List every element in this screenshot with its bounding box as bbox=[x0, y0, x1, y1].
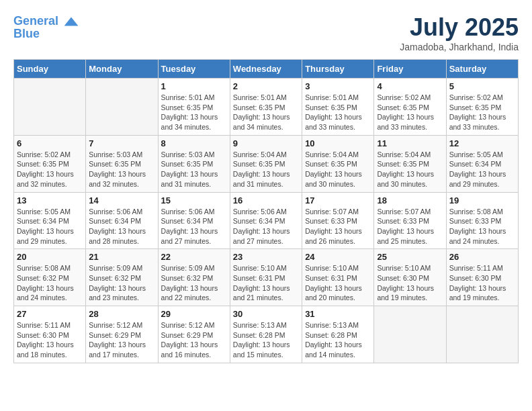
day-detail: Sunrise: 5:03 AM Sunset: 6:35 PM Dayligh… bbox=[89, 150, 154, 189]
day-number: 20 bbox=[17, 252, 83, 262]
day-number: 10 bbox=[305, 138, 371, 148]
day-detail: Sunrise: 5:04 AM Sunset: 6:35 PM Dayligh… bbox=[377, 150, 443, 189]
column-header-tuesday: Tuesday bbox=[158, 60, 230, 79]
column-header-monday: Monday bbox=[86, 60, 158, 79]
day-number: 23 bbox=[233, 252, 299, 262]
day-detail: Sunrise: 5:12 AM Sunset: 6:29 PM Dayligh… bbox=[89, 320, 154, 360]
day-detail: Sunrise: 5:01 AM Sunset: 6:35 PM Dayligh… bbox=[305, 93, 371, 132]
day-cell bbox=[86, 79, 158, 136]
day-cell: 17Sunrise: 5:07 AM Sunset: 6:33 PM Dayli… bbox=[302, 192, 374, 249]
day-cell: 20Sunrise: 5:08 AM Sunset: 6:32 PM Dayli… bbox=[14, 249, 86, 306]
day-number: 26 bbox=[449, 252, 515, 262]
day-cell: 24Sunrise: 5:10 AM Sunset: 6:31 PM Dayli… bbox=[302, 249, 374, 306]
day-cell: 28Sunrise: 5:12 AM Sunset: 6:29 PM Dayli… bbox=[86, 306, 158, 363]
day-detail: Sunrise: 5:02 AM Sunset: 6:35 PM Dayligh… bbox=[449, 93, 515, 132]
day-cell: 18Sunrise: 5:07 AM Sunset: 6:33 PM Dayli… bbox=[374, 192, 446, 249]
column-headers: SundayMondayTuesdayWednesdayThursdayFrid… bbox=[14, 60, 519, 79]
week-row-1: 1Sunrise: 5:01 AM Sunset: 6:35 PM Daylig… bbox=[14, 79, 519, 136]
title-block: July 2025 Jamadoba, Jharkhand, India bbox=[400, 13, 519, 52]
page-header: General Blue July 2025 Jamadoba, Jharkha… bbox=[13, 13, 519, 52]
day-detail: Sunrise: 5:04 AM Sunset: 6:35 PM Dayligh… bbox=[233, 150, 299, 189]
week-row-2: 6Sunrise: 5:02 AM Sunset: 6:35 PM Daylig… bbox=[14, 135, 519, 192]
week-row-5: 27Sunrise: 5:11 AM Sunset: 6:30 PM Dayli… bbox=[14, 306, 519, 363]
column-header-friday: Friday bbox=[374, 60, 446, 79]
day-number: 8 bbox=[161, 138, 227, 148]
logo: General Blue bbox=[13, 13, 79, 41]
column-header-wednesday: Wednesday bbox=[230, 60, 302, 79]
day-cell: 30Sunrise: 5:13 AM Sunset: 6:28 PM Dayli… bbox=[230, 306, 302, 363]
day-detail: Sunrise: 5:06 AM Sunset: 6:34 PM Dayligh… bbox=[233, 207, 299, 246]
day-detail: Sunrise: 5:08 AM Sunset: 6:33 PM Dayligh… bbox=[449, 207, 515, 246]
day-number: 5 bbox=[449, 81, 515, 91]
day-cell bbox=[374, 306, 446, 363]
day-cell: 11Sunrise: 5:04 AM Sunset: 6:35 PM Dayli… bbox=[374, 135, 446, 192]
day-cell: 29Sunrise: 5:12 AM Sunset: 6:29 PM Dayli… bbox=[158, 306, 230, 363]
day-number: 21 bbox=[89, 252, 154, 262]
day-cell: 21Sunrise: 5:09 AM Sunset: 6:32 PM Dayli… bbox=[86, 249, 158, 306]
day-number: 9 bbox=[233, 138, 299, 148]
day-detail: Sunrise: 5:10 AM Sunset: 6:30 PM Dayligh… bbox=[377, 263, 443, 303]
day-cell: 1Sunrise: 5:01 AM Sunset: 6:35 PM Daylig… bbox=[158, 79, 230, 136]
day-cell: 7Sunrise: 5:03 AM Sunset: 6:35 PM Daylig… bbox=[86, 135, 158, 192]
day-number: 24 bbox=[305, 252, 371, 262]
logo-icon bbox=[63, 13, 79, 30]
day-cell: 2Sunrise: 5:01 AM Sunset: 6:35 PM Daylig… bbox=[230, 79, 302, 136]
day-cell: 10Sunrise: 5:04 AM Sunset: 6:35 PM Dayli… bbox=[302, 135, 374, 192]
day-number: 6 bbox=[17, 138, 83, 148]
day-cell: 5Sunrise: 5:02 AM Sunset: 6:35 PM Daylig… bbox=[446, 79, 518, 136]
column-header-sunday: Sunday bbox=[14, 60, 86, 79]
day-detail: Sunrise: 5:09 AM Sunset: 6:32 PM Dayligh… bbox=[161, 263, 227, 303]
day-number: 16 bbox=[233, 195, 299, 205]
day-number: 17 bbox=[305, 195, 371, 205]
day-cell bbox=[14, 79, 86, 136]
day-cell: 4Sunrise: 5:02 AM Sunset: 6:35 PM Daylig… bbox=[374, 79, 446, 136]
day-number: 18 bbox=[377, 195, 443, 205]
day-cell: 14Sunrise: 5:06 AM Sunset: 6:34 PM Dayli… bbox=[86, 192, 158, 249]
day-detail: Sunrise: 5:05 AM Sunset: 6:34 PM Dayligh… bbox=[449, 150, 515, 189]
svg-marker-0 bbox=[64, 17, 79, 26]
day-number: 15 bbox=[161, 195, 227, 205]
day-detail: Sunrise: 5:11 AM Sunset: 6:30 PM Dayligh… bbox=[17, 320, 83, 360]
column-header-saturday: Saturday bbox=[446, 60, 518, 79]
column-header-thursday: Thursday bbox=[302, 60, 374, 79]
day-detail: Sunrise: 5:07 AM Sunset: 6:33 PM Dayligh… bbox=[377, 207, 443, 246]
day-number: 27 bbox=[17, 309, 83, 319]
day-detail: Sunrise: 5:07 AM Sunset: 6:33 PM Dayligh… bbox=[305, 207, 371, 246]
day-detail: Sunrise: 5:04 AM Sunset: 6:35 PM Dayligh… bbox=[305, 150, 371, 189]
day-number: 1 bbox=[161, 81, 227, 91]
day-number: 12 bbox=[449, 138, 515, 148]
day-detail: Sunrise: 5:02 AM Sunset: 6:35 PM Dayligh… bbox=[17, 150, 83, 189]
day-number: 2 bbox=[233, 81, 299, 91]
day-number: 19 bbox=[449, 195, 515, 205]
week-row-3: 13Sunrise: 5:05 AM Sunset: 6:34 PM Dayli… bbox=[14, 192, 519, 249]
day-detail: Sunrise: 5:11 AM Sunset: 6:30 PM Dayligh… bbox=[449, 263, 515, 303]
month-year: July 2025 bbox=[400, 13, 519, 42]
day-detail: Sunrise: 5:01 AM Sunset: 6:35 PM Dayligh… bbox=[233, 93, 299, 132]
day-number: 14 bbox=[89, 195, 154, 205]
day-number: 30 bbox=[233, 309, 299, 319]
day-cell: 23Sunrise: 5:10 AM Sunset: 6:31 PM Dayli… bbox=[230, 249, 302, 306]
day-cell: 6Sunrise: 5:02 AM Sunset: 6:35 PM Daylig… bbox=[14, 135, 86, 192]
day-number: 3 bbox=[305, 81, 371, 91]
day-detail: Sunrise: 5:13 AM Sunset: 6:28 PM Dayligh… bbox=[305, 320, 371, 360]
day-detail: Sunrise: 5:06 AM Sunset: 6:34 PM Dayligh… bbox=[161, 207, 227, 246]
day-cell: 12Sunrise: 5:05 AM Sunset: 6:34 PM Dayli… bbox=[446, 135, 518, 192]
day-number: 4 bbox=[377, 81, 443, 91]
day-cell: 22Sunrise: 5:09 AM Sunset: 6:32 PM Dayli… bbox=[158, 249, 230, 306]
day-cell: 16Sunrise: 5:06 AM Sunset: 6:34 PM Dayli… bbox=[230, 192, 302, 249]
calendar-body: 1Sunrise: 5:01 AM Sunset: 6:35 PM Daylig… bbox=[14, 79, 519, 363]
calendar-table: SundayMondayTuesdayWednesdayThursdayFrid… bbox=[13, 59, 519, 363]
day-detail: Sunrise: 5:03 AM Sunset: 6:35 PM Dayligh… bbox=[161, 150, 227, 189]
day-detail: Sunrise: 5:01 AM Sunset: 6:35 PM Dayligh… bbox=[161, 93, 227, 132]
day-cell: 13Sunrise: 5:05 AM Sunset: 6:34 PM Dayli… bbox=[14, 192, 86, 249]
day-cell: 15Sunrise: 5:06 AM Sunset: 6:34 PM Dayli… bbox=[158, 192, 230, 249]
day-detail: Sunrise: 5:05 AM Sunset: 6:34 PM Dayligh… bbox=[17, 207, 83, 246]
day-cell: 31Sunrise: 5:13 AM Sunset: 6:28 PM Dayli… bbox=[302, 306, 374, 363]
day-number: 13 bbox=[17, 195, 83, 205]
day-detail: Sunrise: 5:09 AM Sunset: 6:32 PM Dayligh… bbox=[89, 263, 154, 303]
day-number: 11 bbox=[377, 138, 443, 148]
location: Jamadoba, Jharkhand, India bbox=[400, 42, 519, 52]
week-row-4: 20Sunrise: 5:08 AM Sunset: 6:32 PM Dayli… bbox=[14, 249, 519, 306]
day-detail: Sunrise: 5:12 AM Sunset: 6:29 PM Dayligh… bbox=[161, 320, 227, 360]
day-number: 7 bbox=[89, 138, 154, 148]
